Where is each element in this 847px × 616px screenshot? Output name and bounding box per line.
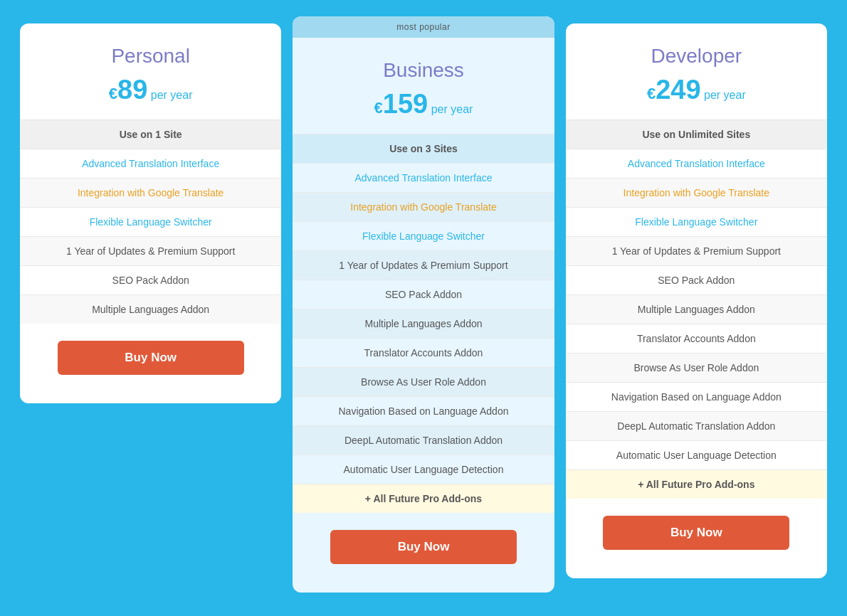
feature-item: DeepL Automatic Translation Addon xyxy=(566,411,827,440)
site-usage-label: Use on 1 Site xyxy=(20,120,281,149)
feature-item: Advanced Translation Interface xyxy=(20,149,281,178)
plan-header-business: Business €159 per year xyxy=(293,38,554,134)
feature-item: Browse As User Role Addon xyxy=(293,367,554,396)
feature-item: SEO Pack Addon xyxy=(566,265,827,294)
feature-item: 1 Year of Updates & Premium Support xyxy=(20,236,281,265)
feature-item: Browse As User Role Addon xyxy=(566,353,827,382)
buy-now-button-developer[interactable]: Buy Now xyxy=(603,516,789,550)
popular-badge: most popular xyxy=(293,16,554,38)
plan-name-developer: Developer xyxy=(580,45,813,68)
feature-item: Flexible Language Switcher xyxy=(293,221,554,250)
currency-symbol: € xyxy=(647,85,656,102)
feature-item: + All Future Pro Add-ons xyxy=(566,469,827,499)
features-list-business: Use on 3 Sites Advanced Translation Inte… xyxy=(293,134,554,513)
feature-item: Integration with Google Translate xyxy=(566,178,827,207)
feature-item: Navigation Based on Language Addon xyxy=(293,396,554,425)
plan-card-developer: Developer €249 per year Use on Unlimited… xyxy=(566,23,827,578)
plan-header-personal: Personal €89 per year xyxy=(20,23,281,120)
feature-item: Multiple Languages Addon xyxy=(566,294,827,324)
features-list-personal: Use on 1 Site Advanced Translation Inter… xyxy=(20,120,281,324)
plan-price-business: €159 per year xyxy=(307,89,540,120)
btn-container-business: Buy Now xyxy=(293,513,554,571)
feature-item: Advanced Translation Interface xyxy=(566,149,827,178)
feature-item: Automatic User Language Detection xyxy=(293,455,554,484)
feature-item: 1 Year of Updates & Premium Support xyxy=(293,250,554,280)
feature-item: Integration with Google Translate xyxy=(293,192,554,221)
price-period: per year xyxy=(151,89,193,101)
btn-container-developer: Buy Now xyxy=(566,499,827,557)
btn-container-personal: Buy Now xyxy=(20,324,281,382)
price-amount: 159 xyxy=(383,89,428,119)
feature-item: SEO Pack Addon xyxy=(293,280,554,309)
feature-item: 1 Year of Updates & Premium Support xyxy=(566,236,827,265)
price-amount: 89 xyxy=(117,75,147,105)
feature-item: Automatic User Language Detection xyxy=(566,440,827,469)
features-list-developer: Use on Unlimited Sites Advanced Translat… xyxy=(566,120,827,499)
feature-item: Translator Accounts Addon xyxy=(566,324,827,353)
plan-name-personal: Personal xyxy=(34,45,267,68)
currency-symbol: € xyxy=(374,99,383,117)
feature-item: Advanced Translation Interface xyxy=(293,163,554,192)
feature-item: Navigation Based on Language Addon xyxy=(566,382,827,411)
price-period: per year xyxy=(431,103,473,115)
site-usage-label: Use on 3 Sites xyxy=(293,134,554,163)
price-amount: 249 xyxy=(656,75,700,105)
feature-item: Flexible Language Switcher xyxy=(20,207,281,236)
currency-symbol: € xyxy=(109,85,117,102)
plan-name-business: Business xyxy=(307,59,540,82)
feature-item: SEO Pack Addon xyxy=(20,265,281,294)
plan-card-business: most popular Business €159 per year Use … xyxy=(293,16,554,593)
plan-card-personal: Personal €89 per year Use on 1 Site Adva… xyxy=(20,23,281,403)
buy-now-button-business[interactable]: Buy Now xyxy=(330,530,517,564)
feature-item: Multiple Languages Addon xyxy=(293,309,554,338)
buy-now-button-personal[interactable]: Buy Now xyxy=(58,341,244,375)
feature-item: Translator Accounts Addon xyxy=(293,338,554,367)
plan-price-developer: €249 per year xyxy=(580,75,813,105)
site-usage-label: Use on Unlimited Sites xyxy=(566,120,827,149)
feature-item: DeepL Automatic Translation Addon xyxy=(293,425,554,455)
feature-item: Integration with Google Translate xyxy=(20,178,281,207)
feature-item: Flexible Language Switcher xyxy=(566,207,827,236)
price-period: per year xyxy=(704,89,746,101)
feature-item: Multiple Languages Addon xyxy=(20,294,281,324)
feature-item: + All Future Pro Add-ons xyxy=(293,484,554,513)
plan-price-personal: €89 per year xyxy=(34,75,267,105)
plan-header-developer: Developer €249 per year xyxy=(566,23,827,120)
pricing-container: Personal €89 per year Use on 1 Site Adva… xyxy=(14,23,833,593)
